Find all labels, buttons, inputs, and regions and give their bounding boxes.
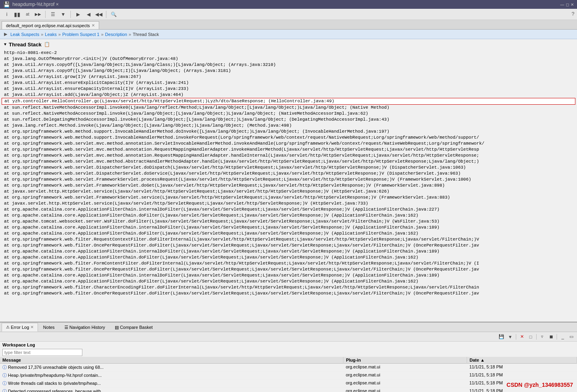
- error-log-icon: ⚠: [6, 325, 10, 329]
- delete-button[interactable]: ✕: [518, 333, 526, 340]
- stack-lines-container: at java.lang.OutOfMemoryError.<init>()V …: [2, 56, 575, 296]
- toolbar-dominator-button[interactable]: at: [23, 10, 32, 19]
- filter-input[interactable]: [2, 349, 82, 356]
- stack-line: at java.util.ArrayList.grow(I)V (ArrayLi…: [2, 74, 575, 80]
- stack-line: at javax.servlet.http.HttpServlet.servic…: [2, 201, 575, 207]
- stack-line: at org.apache.tomcat.websocket.server.Ws…: [2, 219, 575, 225]
- toolbar-search-button[interactable]: 🔍: [109, 10, 118, 19]
- thread-name-line: http-nio-8081-exec-2: [2, 50, 575, 56]
- clear-button[interactable]: □: [527, 333, 535, 340]
- toolbar-back-button[interactable]: ◀: [84, 10, 93, 19]
- editor-tab-bar: default_report org.eclipse.mat.api:suspe…: [0, 20, 577, 30]
- stack-line: at javax.servlet.http.HttpServlet.servic…: [2, 189, 575, 195]
- breadcrumb-leaks[interactable]: Leaks: [45, 32, 56, 37]
- title-left: 💾 heapdump-%t.hprof ×: [3, 1, 59, 8]
- stack-line: at org.apache.catalina.core.ApplicationF…: [2, 255, 575, 261]
- stack-line: at org.apache.catalina.core.ApplicationF…: [2, 213, 575, 219]
- toolbar-info-button[interactable]: i: [2, 10, 11, 19]
- table-row[interactable]: ⓘ Wrote threads call stacks to /private/…: [0, 380, 577, 388]
- main-tab[interactable]: default_report org.eclipse.mat.api:suspe…: [2, 21, 99, 29]
- stack-line: at org.springframework.web.servlet.mvc.m…: [2, 147, 575, 153]
- export-button[interactable]: 💾: [497, 333, 505, 340]
- stack-line: at java.util.ArrayList.ensureExplicitCap…: [2, 80, 575, 86]
- filter-button[interactable]: ▿: [538, 333, 546, 340]
- maximize-view-button[interactable]: ▭: [567, 333, 575, 340]
- bottom-panel: ⚠ Error Log ✕ Notes ☰ Navigation History…: [0, 322, 577, 392]
- stack-line: at org.springframework.web.filter.OncePe…: [2, 267, 575, 273]
- table-row[interactable]: ⓘ Heap /private/tmp/heapdump-%t.hprof co…: [0, 372, 577, 380]
- stack-line: at sun.reflect.NativeMethodAccessorImpl.…: [2, 105, 575, 111]
- stack-line: at org.springframework.web.servlet.mvc.m…: [2, 141, 575, 147]
- toolbar-histogram-button[interactable]: ▮▮: [13, 10, 22, 19]
- stack-line: at org.apache.catalina.core.ApplicationF…: [2, 231, 575, 237]
- stack-line: at org.springframework.web.servlet.Frame…: [2, 195, 575, 201]
- row-plugin: org.eclipse.mat.ui: [343, 364, 467, 372]
- maximize-button[interactable]: ◻: [566, 2, 569, 7]
- stack-line: at yzh.controller.HelloController.gc(Lja…: [2, 98, 575, 105]
- table-row[interactable]: ⓘ Detected compressed references, becaus…: [0, 388, 577, 392]
- tab-compare-basket[interactable]: ▤ Compare Basket: [110, 323, 157, 332]
- help-button[interactable]: ?: [571, 11, 575, 17]
- breadcrumb-leak-suspects[interactable]: Leak Suspects: [10, 32, 39, 37]
- minimize-view-button[interactable]: ⎯: [559, 333, 567, 340]
- bottom-toolbar: 💾 ▼ ✕ □ ▿ ◼ ⎯ ▭: [0, 332, 577, 342]
- stack-line: at java.util.Arrays.copyOf([Ljava/lang/O…: [2, 68, 575, 74]
- breadcrumb-description[interactable]: Description: [105, 32, 127, 37]
- collapse-arrow[interactable]: ▼: [4, 42, 6, 47]
- tab-notes[interactable]: Notes: [39, 323, 59, 332]
- stack-line: at org.apache.catalina.core.ApplicationF…: [2, 249, 575, 255]
- toolbar-run-button[interactable]: ▶: [74, 10, 82, 19]
- stack-line: at sun.reflect.DelegatingMethodAccessorI…: [2, 117, 575, 123]
- minimize-button[interactable]: —: [560, 2, 564, 7]
- tab-error-log[interactable]: ⚠ Error Log ✕: [2, 323, 38, 332]
- breadcrumb-sep-4: »: [129, 32, 131, 37]
- stack-line: at org.springframework.web.filter.OncePe…: [2, 243, 575, 249]
- toolbar-queries-button[interactable]: ▶▶: [34, 10, 42, 19]
- compare-basket-icon: ▤: [115, 325, 119, 330]
- btm-sep-1: [516, 334, 516, 340]
- log-label: Workspace Log: [0, 342, 577, 348]
- log-table-body: ⓘ Removed 17,376 unreachable objects usi…: [0, 364, 577, 392]
- row-date: 11/1/21, 5:18 PM: [467, 380, 577, 388]
- col-header-date[interactable]: Date ▲: [467, 357, 577, 364]
- notes-label: Notes: [43, 325, 55, 330]
- bottom-tab-bar: ⚠ Error Log ✕ Notes ☰ Navigation History…: [0, 322, 577, 332]
- stack-line: at java.util.ArrayList.add(Ljava/lang/Ob…: [2, 92, 575, 98]
- stack-line: at java.util.ArrayList.ensureCapacityInt…: [2, 86, 575, 92]
- info-icon: ⓘ: [2, 373, 7, 378]
- stack-content[interactable]: http-nio-8081-exec-2 at java.lang.OutOfM…: [0, 49, 577, 322]
- tab-label: default_report org.eclipse.mat.api:suspe…: [6, 23, 90, 28]
- btm-sep-3: [557, 334, 557, 340]
- stack-line: at org.springframework.web.servlet.mvc.m…: [2, 153, 575, 159]
- toolbar-prev-button[interactable]: ◀◀: [94, 10, 103, 19]
- error-log-close[interactable]: ✕: [30, 325, 34, 329]
- tab-navigation-history[interactable]: ☰ Navigation History: [60, 323, 110, 332]
- log-area: Workspace Log Message Plug-in Date ▲: [0, 342, 577, 392]
- col-header-message[interactable]: Message: [0, 357, 343, 364]
- properties-button[interactable]: ◼: [547, 333, 555, 340]
- row-message: ⓘ Detected compressed references, becaus…: [0, 388, 343, 392]
- table-row[interactable]: ⓘ Removed 17,376 unreachable objects usi…: [0, 364, 577, 372]
- row-date: 11/1/21, 5:18 PM: [467, 364, 577, 372]
- stack-line: at org.springframework.web.filter.Charac…: [2, 285, 575, 291]
- stack-line: at org.springframework.web.servlet.mvc.m…: [2, 159, 575, 165]
- app-icon: 💾: [3, 1, 10, 8]
- toolbar-reports-button[interactable]: ☰: [48, 10, 57, 19]
- copy-icon[interactable]: 📋: [44, 42, 50, 48]
- import-button[interactable]: ▼: [506, 333, 514, 340]
- log-table: Message Plug-in Date ▲ ⓘ Removed 17,376 …: [0, 357, 577, 392]
- col-header-plugin[interactable]: Plug-in: [343, 357, 467, 364]
- breadcrumb-sep-1: »: [41, 32, 43, 37]
- stack-line: at org.apache.catalina.core.ApplicationF…: [2, 273, 575, 279]
- toolbar-separator-2: [70, 11, 71, 18]
- tab-close-button[interactable]: ✕: [92, 23, 95, 28]
- filter-bar: [0, 348, 577, 357]
- nav-history-label: Navigation History: [70, 325, 105, 330]
- toolbar-separator-1: [45, 11, 46, 18]
- toolbar-dropdown-button[interactable]: ▼: [59, 10, 68, 19]
- stack-line: at java.lang.reflect.Method.invoke(Ljava…: [2, 123, 575, 129]
- stack-line: at org.apache.catalina.core.ApplicationF…: [2, 225, 575, 231]
- btm-sep-2: [536, 334, 537, 340]
- breadcrumb-problem-suspect[interactable]: Problem Suspect 1: [62, 32, 100, 37]
- close-button[interactable]: ✕: [571, 2, 574, 7]
